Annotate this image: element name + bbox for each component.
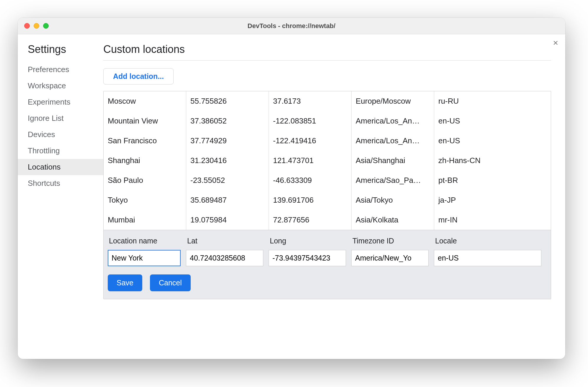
- editor-header-lon: Long: [269, 230, 351, 250]
- location-cell-name: Mumbai: [104, 210, 186, 230]
- location-editor: Location name Lat Long Timezone ID Local…: [104, 230, 551, 299]
- sidebar-item-devices[interactable]: Devices: [18, 126, 103, 143]
- titlebar: DevTools - chrome://newtab/: [18, 18, 565, 34]
- location-row[interactable]: Tokyo35.689487139.691706Asia/Tokyoja-JP: [104, 190, 551, 210]
- location-cell-tz: Asia/Tokyo: [352, 190, 434, 210]
- location-row[interactable]: São Paulo-23.55052-46.633309America/Sao_…: [104, 170, 551, 190]
- sidebar-item-locations[interactable]: Locations: [18, 159, 103, 175]
- location-cell-tz: Asia/Shanghai: [352, 151, 434, 170]
- location-cell-lon: 72.877656: [269, 210, 352, 230]
- cancel-button[interactable]: Cancel: [150, 274, 191, 291]
- location-cell-lat: 37.386052: [186, 111, 269, 131]
- location-cell-name: San Francisco: [104, 131, 186, 151]
- settings-sidebar: Settings PreferencesWorkspaceExperiments…: [18, 34, 103, 359]
- location-cell-locale: zh-Hans-CN: [434, 151, 551, 170]
- editor-header-locale: Locale: [434, 230, 547, 250]
- location-row[interactable]: Mumbai19.07598472.877656Asia/Kolkatamr-I…: [104, 210, 551, 230]
- window-title: DevTools - chrome://newtab/: [18, 22, 565, 30]
- sidebar-item-ignore-list[interactable]: Ignore List: [18, 110, 103, 126]
- location-cell-locale: pt-BR: [434, 170, 551, 190]
- settings-title: Settings: [18, 43, 103, 61]
- location-cell-lat: 55.755826: [186, 91, 269, 111]
- location-cell-locale: mr-IN: [434, 210, 551, 230]
- editor-header-lat: Lat: [186, 230, 269, 250]
- location-cell-name: São Paulo: [104, 170, 186, 190]
- location-cell-lon: 37.6173: [269, 91, 352, 111]
- location-cell-locale: en-US: [434, 131, 551, 151]
- location-lat-input[interactable]: [186, 250, 263, 266]
- location-locale-input[interactable]: [434, 250, 541, 266]
- add-location-button[interactable]: Add location...: [103, 68, 174, 84]
- location-cell-tz: America/Los_An…: [352, 111, 434, 131]
- close-settings-button[interactable]: ×: [553, 38, 558, 47]
- location-cell-name: Moscow: [104, 91, 186, 111]
- sidebar-item-experiments[interactable]: Experiments: [18, 94, 103, 110]
- location-cell-lat: 31.230416: [186, 151, 269, 170]
- location-cell-tz: America/Sao_Pa…: [352, 170, 434, 190]
- save-button[interactable]: Save: [108, 274, 142, 291]
- location-cell-tz: Asia/Kolkata: [352, 210, 434, 230]
- location-cell-lat: 19.075984: [186, 210, 269, 230]
- location-cell-lon: 139.691706: [269, 190, 352, 210]
- location-row[interactable]: San Francisco37.774929-122.419416America…: [104, 131, 551, 151]
- settings-main: Custom locations Add location... Moscow5…: [103, 34, 565, 359]
- editor-header-name: Location name: [108, 230, 186, 250]
- location-cell-lat: 35.689487: [186, 190, 269, 210]
- locations-table: Moscow55.75582637.6173Europe/Moscowru-RU…: [103, 91, 551, 299]
- location-row[interactable]: Shanghai31.230416121.473701Asia/Shanghai…: [104, 151, 551, 170]
- sidebar-item-throttling[interactable]: Throttling: [18, 143, 103, 159]
- sidebar-item-preferences[interactable]: Preferences: [18, 61, 103, 78]
- location-cell-lat: -23.55052: [186, 170, 269, 190]
- location-cell-lon: -122.083851: [269, 111, 352, 131]
- sidebar-item-shortcuts[interactable]: Shortcuts: [18, 175, 103, 191]
- sidebar-item-workspace[interactable]: Workspace: [18, 78, 103, 94]
- location-cell-name: Shanghai: [104, 151, 186, 170]
- page-title: Custom locations: [103, 43, 551, 61]
- location-name-input[interactable]: [108, 250, 181, 266]
- location-cell-tz: Europe/Moscow: [352, 91, 434, 111]
- location-cell-locale: ja-JP: [434, 190, 551, 210]
- location-cell-locale: ru-RU: [434, 91, 551, 111]
- location-cell-lon: 121.473701: [269, 151, 352, 170]
- editor-header-tz: Timezone ID: [351, 230, 434, 250]
- location-cell-locale: en-US: [434, 111, 551, 131]
- location-cell-tz: America/Los_An…: [352, 131, 434, 151]
- devtools-window: DevTools - chrome://newtab/ × Settings P…: [18, 18, 565, 359]
- location-cell-name: Mountain View: [104, 111, 186, 131]
- location-row[interactable]: Mountain View37.386052-122.083851America…: [104, 111, 551, 131]
- location-cell-name: Tokyo: [104, 190, 186, 210]
- location-cell-lon: -122.419416: [269, 131, 352, 151]
- location-lon-input[interactable]: [269, 250, 346, 266]
- location-tz-input[interactable]: [351, 250, 429, 266]
- location-row[interactable]: Moscow55.75582637.6173Europe/Moscowru-RU: [104, 91, 551, 111]
- location-cell-lon: -46.633309: [269, 170, 352, 190]
- location-cell-lat: 37.774929: [186, 131, 269, 151]
